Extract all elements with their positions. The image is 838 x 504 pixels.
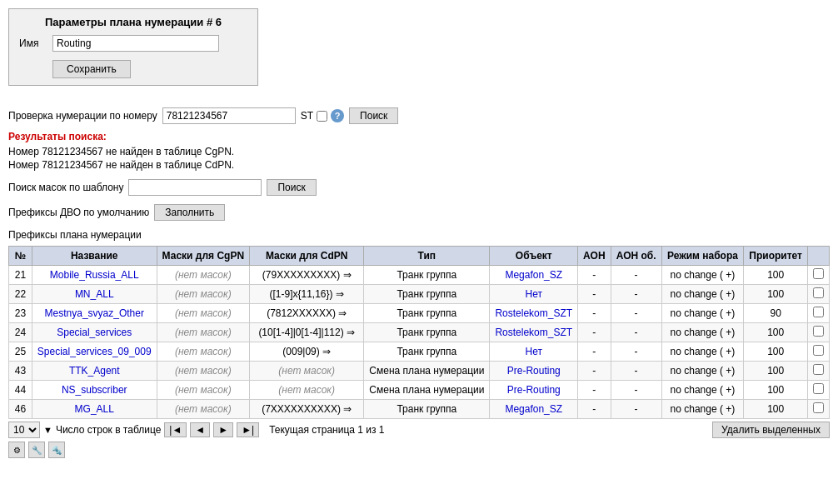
results-section: Результаты поиска: Номер 78121234567 не … <box>8 131 830 171</box>
cell-type: Транк группа <box>364 323 490 342</box>
row-checkbox[interactable] <box>813 287 824 298</box>
col-header-cgpn: Маски для CgPN <box>157 247 249 266</box>
table-row: 21 Mobile_Russia_ALL (нет масок) (79XXXX… <box>9 266 830 285</box>
panel-title: Параметры плана нумерации # 6 <box>19 16 247 28</box>
table-row: 22 MN_ALL (нет масок) ([1-9]x{11,16}) ⇒ … <box>9 285 830 304</box>
cell-type: Смена плана нумерации <box>364 381 490 400</box>
row-checkbox[interactable] <box>813 364 824 375</box>
cell-type: Транк группа <box>364 266 490 285</box>
cell-aonob: - <box>611 304 661 323</box>
cell-checkbox <box>807 381 829 400</box>
cell-priority: 90 <box>744 304 808 323</box>
st-label: ST <box>301 110 313 122</box>
row-checkbox[interactable] <box>813 326 824 337</box>
number-search-label: Проверка нумерации по номеру <box>8 110 157 122</box>
mask-search-input[interactable] <box>128 179 262 196</box>
prefixes-label: Префиксы плана нумерации <box>8 229 830 241</box>
row-checkbox[interactable] <box>813 345 824 356</box>
cell-num: 44 <box>9 381 32 400</box>
cell-cdpn: (009|09) ⇒ <box>250 342 364 362</box>
help-icon[interactable]: ? <box>331 109 344 122</box>
cell-cgpn: (нет масок) <box>157 400 249 419</box>
col-header-aon: АОН <box>578 247 611 266</box>
st-checkbox[interactable] <box>317 111 327 122</box>
cell-cgpn: (нет масок) <box>157 266 249 285</box>
save-button[interactable]: Сохранить <box>52 60 131 78</box>
cell-aonob: - <box>611 381 661 400</box>
cell-priority: 100 <box>744 400 808 419</box>
cell-cdpn: ([1-9]x{11,16}) ⇒ <box>250 285 364 304</box>
table-row: 44 NS_subscriber (нет масок) (нет масок)… <box>9 381 830 400</box>
cell-aon: - <box>578 266 611 285</box>
results-title: Результаты поиска: <box>8 131 830 142</box>
cell-priority: 100 <box>744 362 808 381</box>
number-search-button[interactable]: Поиск <box>349 107 398 124</box>
row-checkbox[interactable] <box>813 268 824 279</box>
cell-cdpn: (нет масок) <box>250 362 364 381</box>
pagination: |◄ ◄ ► ►| <box>164 422 259 437</box>
cell-num: 24 <box>9 323 32 342</box>
page-info: Текущая страница 1 из 1 <box>269 424 384 436</box>
cell-type: Транк группа <box>364 304 490 323</box>
cell-name: Mestnya_svyaz_Other <box>32 304 157 323</box>
cell-aonob: - <box>611 323 661 342</box>
tool-icon[interactable]: 🔩 <box>48 442 65 458</box>
delete-selected-button[interactable]: Удалить выделенных <box>712 422 830 438</box>
table-row: 25 Special_services_09_009 (нет масок) (… <box>9 342 830 362</box>
col-header-num: № <box>9 247 32 266</box>
cell-mode: no change ( +) <box>661 304 744 323</box>
cell-aonob: - <box>611 266 661 285</box>
wrench-icon[interactable]: 🔧 <box>28 442 45 458</box>
cell-cdpn: (7812XXXXXX) ⇒ <box>250 304 364 323</box>
cell-aon: - <box>578 381 611 400</box>
name-input[interactable] <box>52 35 219 52</box>
settings-icon[interactable]: ⚙ <box>8 442 25 458</box>
table-row: 24 Special_services (нет масок) (10[1-4]… <box>9 323 830 342</box>
first-page-button[interactable]: |◄ <box>164 422 187 437</box>
row-checkbox[interactable] <box>813 402 824 413</box>
rows-label: Число строк в таблице <box>56 424 161 436</box>
cell-obj: Нет <box>490 342 578 362</box>
cell-cgpn: (нет масок) <box>157 342 249 362</box>
next-page-button[interactable]: ► <box>213 422 233 437</box>
cell-obj: Megafon_SZ <box>490 266 578 285</box>
fill-button[interactable]: Заполнить <box>154 204 225 221</box>
row-checkbox[interactable] <box>813 383 824 394</box>
prefixes-table: № Название Маски для CgPN Маски для CdPN… <box>8 246 830 419</box>
results-line-2: Номер 78121234567 не найден в таблице Cd… <box>8 159 830 171</box>
results-line-1: Номер 78121234567 не найден в таблице Cg… <box>8 146 830 157</box>
number-search-row: Проверка нумерации по номеру ST ? Поиск <box>8 107 830 124</box>
cell-checkbox <box>807 342 829 362</box>
cell-name: Special_services <box>32 323 157 342</box>
mask-search-row: Поиск масок по шаблону Поиск <box>8 179 830 196</box>
cell-mode: no change ( +) <box>661 285 744 304</box>
cell-cdpn: (10[1-4]|0[1-4]|112) ⇒ <box>250 323 364 342</box>
row-checkbox[interactable] <box>813 307 824 317</box>
last-page-button[interactable]: ►| <box>237 422 259 437</box>
cell-mode: no change ( +) <box>661 342 744 362</box>
table-row: 23 Mestnya_svyaz_Other (нет масок) (7812… <box>9 304 830 323</box>
rows-per-page-select[interactable]: 10 20 50 <box>8 422 40 438</box>
dvo-label: Префиксы ДВО по умолчанию <box>8 207 149 218</box>
cell-priority: 100 <box>744 266 808 285</box>
number-search-input[interactable] <box>162 107 296 124</box>
cell-name: MN_ALL <box>32 285 157 304</box>
cell-num: 46 <box>9 400 32 419</box>
cell-cdpn: (нет масок) <box>250 381 364 400</box>
cell-cgpn: (нет масок) <box>157 285 249 304</box>
cell-mode: no change ( +) <box>661 266 744 285</box>
col-header-cdpn: Маски для CdPN <box>250 247 364 266</box>
col-header-type: Тип <box>364 247 490 266</box>
cell-aon: - <box>578 304 611 323</box>
dvo-row: Префиксы ДВО по умолчанию Заполнить <box>8 204 830 221</box>
prev-page-button[interactable]: ◄ <box>190 422 210 437</box>
cell-priority: 100 <box>744 381 808 400</box>
mask-search-button[interactable]: Поиск <box>267 179 316 196</box>
col-header-mode: Режим набора <box>661 247 744 266</box>
cell-num: 25 <box>9 342 32 362</box>
footer-icons: ⚙ 🔧 🔩 <box>8 442 830 458</box>
cell-name: TTK_Agent <box>32 362 157 381</box>
cell-aon: - <box>578 323 611 342</box>
bottom-left: 10 20 50 ▼ Число строк в таблице |◄ ◄ ► … <box>8 422 385 438</box>
cell-cgpn: (нет масок) <box>157 323 249 342</box>
